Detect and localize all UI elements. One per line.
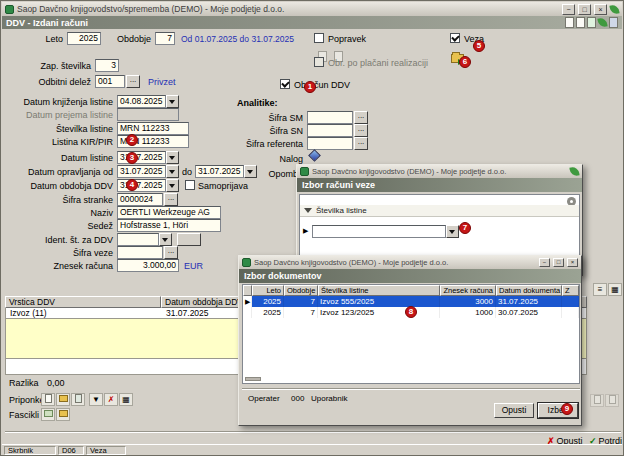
attachment-scan-icon[interactable]	[71, 393, 85, 406]
sifra-sm-input[interactable]	[307, 111, 353, 124]
obdobje-input[interactable]: 7	[155, 32, 175, 45]
filter-funnel-icon	[304, 208, 312, 213]
nalog-kite-icon[interactable]	[308, 149, 321, 162]
documents-grid-header[interactable]: Leto Obdobje Številka listine Znesek rač…	[243, 285, 579, 296]
znesek-racuna-input[interactable]: 3.000,00	[117, 259, 179, 272]
minimize-button[interactable]: −	[562, 4, 575, 15]
naziv-input[interactable]: OERTLI Werkzeuge AG	[117, 206, 221, 219]
datum-obdobja-input[interactable]: 31.07.2025	[117, 179, 166, 192]
datum-knjizenja-dropdown[interactable]	[166, 95, 179, 108]
veza-checkbox[interactable]	[450, 33, 460, 43]
sifra-veze-lookup-button[interactable]: ...	[164, 246, 178, 259]
dialog-minimize-button[interactable]: −	[539, 258, 550, 267]
cell-obdobje: 7	[284, 296, 318, 307]
sifra-stranke-label: Šifra stranke	[3, 195, 113, 206]
grid-header-vrstica[interactable]: Vrstica DDV	[5, 296, 161, 308]
datum-knjizenja-label: Datum knjiženja listine	[3, 97, 113, 108]
col-datum[interactable]: Datum dokumenta	[496, 285, 562, 296]
odbitni-delez-input[interactable]: 001	[95, 75, 125, 88]
attachment-dropdown-icon[interactable]: ▼	[89, 393, 103, 406]
eco-leaf-icon[interactable]	[569, 166, 579, 176]
close-button[interactable]: ×	[594, 4, 607, 15]
datum-opravljanja-od-input[interactable]: 31.07.2025	[117, 165, 166, 178]
step-badge-2: 2	[126, 134, 138, 146]
statusbar: Skrbnik D06 Veza	[2, 444, 622, 454]
grid-filter-icon[interactable]: ▦	[608, 283, 622, 296]
fascikel-folder-icon[interactable]	[41, 408, 55, 421]
sifra-stranke-input[interactable]: 0000024	[117, 193, 163, 206]
zap-stevilka-input[interactable]: 3	[95, 59, 119, 72]
obracun-ddv-label: Obračun DDV	[294, 80, 350, 91]
datum-prejema-input	[117, 108, 179, 121]
leto-input[interactable]: 2025	[67, 32, 101, 45]
sedez-input[interactable]: Hofstrasse 1, Höri	[117, 219, 221, 232]
eco-leaf-icon[interactable]	[609, 4, 619, 14]
cell-znesek: 3000	[440, 296, 496, 307]
filter-row[interactable]: Številka listine	[300, 205, 579, 217]
dialog-maximize-button[interactable]: □	[553, 258, 564, 267]
col-obdobje[interactable]: Obdobje	[284, 285, 318, 296]
sifra-sn-lookup-button[interactable]: ...	[354, 124, 368, 137]
dialog-veza-title: Saop Davčno knjigovodstvo (DEMO) - Moje …	[312, 167, 567, 176]
export-document-icon[interactable]	[587, 17, 596, 28]
popravek-label: Popravek	[328, 34, 366, 45]
status-user: Skrbnik	[4, 446, 56, 455]
dialog-veza-titlebar[interactable]: Saop Davčno knjigovodstvo (DEMO) - Moje …	[297, 165, 582, 178]
attachment-open-folder-icon[interactable]	[56, 393, 70, 406]
popravek-checkbox[interactable]	[314, 33, 324, 43]
datum-opravljanja-od-dropdown[interactable]	[166, 165, 179, 178]
cell-znesek: 1000	[440, 307, 496, 318]
col-leto[interactable]: Leto	[252, 285, 284, 296]
dialog-veza-column-header[interactable]: Številka listine	[316, 206, 367, 215]
print-icon[interactable]	[609, 17, 618, 28]
do-label: do	[182, 167, 192, 178]
attachment-side-icon-2	[605, 394, 619, 407]
sifra-veze-input[interactable]	[117, 246, 163, 259]
grid-row-vrstica: Izvoz (11)	[10, 308, 47, 318]
step-badge-3: 3	[126, 152, 138, 164]
datum-listine-input[interactable]: 31.07.2025	[117, 151, 166, 164]
attachment-new-icon[interactable]	[41, 393, 55, 406]
obr-placani-label: Obr. po plačani realizaciji	[328, 58, 428, 69]
col-stevilka[interactable]: Številka listine	[318, 285, 440, 296]
dialog-opusti-button[interactable]: Opusti	[494, 403, 534, 418]
dialog-close-button[interactable]: ×	[567, 258, 578, 267]
sifra-sn-input[interactable]	[307, 124, 353, 137]
refresh-leaf-icon[interactable]	[597, 17, 607, 27]
form-title: DDV - Izdani računi	[6, 18, 563, 28]
col-znesek[interactable]: Znesek računa	[440, 285, 496, 296]
sifra-referenta-label: Šifra referenta	[229, 139, 303, 150]
fascikel-open-icon[interactable]	[56, 408, 70, 421]
obracun-ddv-checkbox[interactable]	[280, 79, 290, 89]
dialog-dok-titlebar[interactable]: Saop Davčno knjigovodstvo (DEMO) - Moje …	[239, 256, 581, 269]
document-icon[interactable]	[565, 17, 574, 28]
ident-ddv-input[interactable]	[117, 233, 159, 246]
maximize-button[interactable]: □	[578, 4, 591, 15]
form-titlebar: DDV - Izdani računi	[2, 16, 622, 29]
sifra-sm-lookup-button[interactable]: ...	[354, 111, 368, 124]
odbitni-lookup-button[interactable]: ...	[126, 75, 140, 88]
sifra-veze-label: Šifra veze	[3, 248, 113, 259]
hscroll-thumb[interactable]	[245, 377, 261, 381]
attachment-delete-icon[interactable]: ✗	[104, 393, 118, 406]
grid-row-datum: 31.07.2025	[166, 308, 209, 318]
ident-ddv-check-button[interactable]	[177, 233, 201, 246]
veza-combo-input[interactable]	[312, 225, 446, 238]
sifra-stranke-lookup-button[interactable]: ...	[164, 193, 178, 206]
razlika-value: 0,00	[47, 378, 65, 389]
samoprijava-checkbox[interactable]	[185, 180, 195, 190]
datum-knjizenja-input[interactable]: 04.08.2025	[117, 95, 166, 108]
ident-ddv-dropdown[interactable]	[159, 233, 172, 246]
obr-placani-checkbox[interactable]	[314, 57, 324, 67]
veza-combo-dropdown[interactable]	[446, 225, 459, 238]
stevilka-listine-input[interactable]: MRN 112233	[117, 122, 189, 135]
listina-kir-label: Listina KIR/PIR	[3, 137, 113, 148]
copy-document-icon[interactable]	[576, 17, 585, 28]
col-z[interactable]: Z	[562, 285, 579, 296]
attachment-list-icon[interactable]: ▦	[119, 393, 133, 406]
sifra-referenta-lookup-button[interactable]: ...	[354, 137, 368, 150]
grid-columns-icon[interactable]: ≡	[593, 283, 607, 296]
datum-obdobja-dropdown[interactable]	[166, 179, 179, 192]
datum-listine-dropdown[interactable]	[166, 151, 179, 164]
main-titlebar[interactable]: Saop Davčno knjigovodstvo/sprememba (DEM…	[2, 2, 622, 16]
